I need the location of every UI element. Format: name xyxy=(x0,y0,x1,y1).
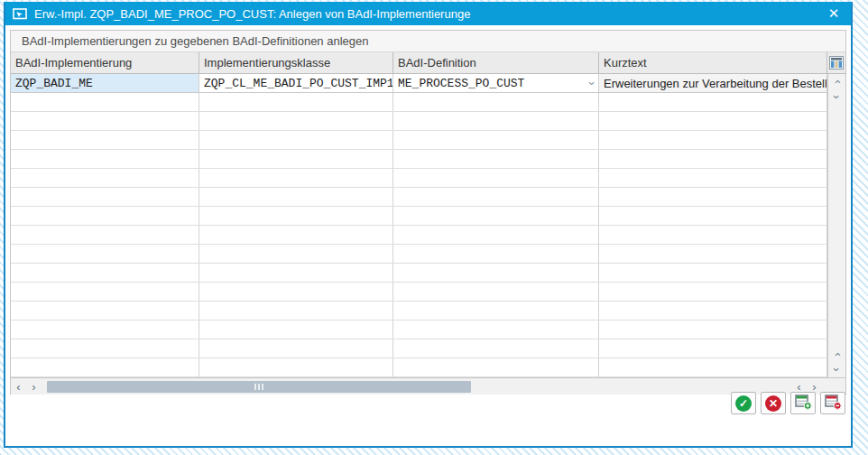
column-header-implementierungsklasse[interactable]: Implementierungsklasse xyxy=(199,52,393,73)
table-cell-empty[interactable] xyxy=(599,226,827,244)
table-cell-empty[interactable] xyxy=(199,339,393,358)
table-cell-empty[interactable] xyxy=(11,320,199,339)
table-row-empty[interactable] xyxy=(11,112,845,131)
table-row-empty[interactable] xyxy=(11,207,845,226)
confirm-button[interactable]: ✓ xyxy=(731,392,756,414)
table-cell-empty[interactable] xyxy=(11,207,199,225)
table-settings-icon[interactable] xyxy=(828,55,845,71)
table-row-empty[interactable] xyxy=(11,283,845,302)
cell-kurztext: Erweiterungen zur Verarbeitung der Beste… xyxy=(599,74,827,92)
table-cell-empty[interactable] xyxy=(11,245,199,263)
cell-badi-implementierung[interactable]: ZQP_BADI_ME xyxy=(11,74,199,92)
table-cell-empty[interactable] xyxy=(11,112,199,130)
table-cell-empty[interactable] xyxy=(199,150,393,168)
table-row-empty[interactable] xyxy=(11,264,845,283)
table-cell-empty[interactable] xyxy=(393,131,599,149)
scroll-up-bottom-icon[interactable]: › xyxy=(828,347,845,362)
table-row-empty[interactable] xyxy=(11,150,845,169)
table-cell-empty[interactable] xyxy=(599,320,827,339)
scroll-left-icon[interactable]: ‹ xyxy=(11,378,26,395)
table-cell-empty[interactable] xyxy=(199,302,393,320)
table-cell-empty[interactable] xyxy=(599,169,827,187)
table-cell-empty[interactable] xyxy=(199,93,393,111)
scroll-down-icon[interactable]: › xyxy=(828,89,845,105)
table-cell-empty[interactable] xyxy=(393,169,599,187)
table-row-empty[interactable] xyxy=(11,302,845,320)
table-cell-empty[interactable] xyxy=(199,207,393,225)
table-row-empty[interactable] xyxy=(11,131,845,150)
table-cell-empty[interactable] xyxy=(393,264,599,282)
delete-row-button[interactable] xyxy=(820,392,845,414)
table-cell-empty[interactable] xyxy=(599,188,827,206)
table-cell-empty[interactable] xyxy=(199,320,393,339)
column-header-badi-implementierung[interactable]: BAdI-Implementierung xyxy=(11,52,199,73)
dropdown-chevron-icon[interactable]: › xyxy=(586,79,598,87)
table-cell-empty[interactable] xyxy=(199,283,393,301)
table-cell-empty[interactable] xyxy=(599,283,827,301)
table-row-empty[interactable] xyxy=(11,245,845,264)
table-cell-empty[interactable] xyxy=(11,264,199,282)
table-cell-empty[interactable] xyxy=(599,112,827,130)
scroll-up-icon[interactable]: › xyxy=(828,74,845,89)
column-header-badi-definition[interactable]: BAdI-Definition xyxy=(393,52,599,73)
table-cell-empty[interactable] xyxy=(393,358,599,376)
table-row-empty[interactable] xyxy=(11,169,845,188)
table-cell-empty[interactable] xyxy=(393,226,599,244)
table-cell-empty[interactable] xyxy=(599,358,827,376)
table-row-empty[interactable] xyxy=(11,188,845,207)
table-cell-empty[interactable] xyxy=(393,302,599,320)
table-cell-empty[interactable] xyxy=(11,169,199,187)
table-cell-empty[interactable] xyxy=(199,188,393,206)
table-cell-empty[interactable] xyxy=(199,264,393,282)
table-cell-empty[interactable] xyxy=(393,339,599,358)
table-cell-empty[interactable] xyxy=(393,283,599,301)
table-cell-empty[interactable] xyxy=(11,302,199,320)
table-row-empty[interactable] xyxy=(11,226,845,245)
table-cell-empty[interactable] xyxy=(199,226,393,244)
table-row-empty[interactable] xyxy=(11,358,845,377)
table-cell-empty[interactable] xyxy=(599,339,827,358)
table-cell-empty[interactable] xyxy=(199,131,393,149)
cancel-button[interactable]: ✕ xyxy=(761,392,786,414)
vertical-scrollbar[interactable]: › › › › xyxy=(827,74,845,377)
table-row-empty[interactable] xyxy=(11,339,845,358)
table-cell-empty[interactable] xyxy=(199,169,393,187)
table-cell-empty[interactable] xyxy=(11,150,199,168)
table-cell-empty[interactable] xyxy=(393,112,599,130)
table-cell-empty[interactable] xyxy=(199,245,393,263)
dialog-titlebar[interactable]: Erw.-Impl. ZQP_BADI_ME_PROC_PO_CUST: Anl… xyxy=(5,2,851,25)
table-row-empty[interactable] xyxy=(11,93,845,112)
table-cell-empty[interactable] xyxy=(11,339,199,358)
table-cell-empty[interactable] xyxy=(199,112,393,130)
column-header-kurztext[interactable]: Kurztext xyxy=(599,52,827,73)
table-cell-empty[interactable] xyxy=(11,131,199,149)
table-cell-empty[interactable] xyxy=(393,150,599,168)
table-cell-empty[interactable] xyxy=(11,358,199,376)
table-cell-empty[interactable] xyxy=(393,245,599,263)
table-cell-empty[interactable] xyxy=(599,302,827,320)
table-cell-empty[interactable] xyxy=(11,226,199,244)
scroll-right-icon[interactable]: › xyxy=(26,378,42,395)
table-cell-empty[interactable] xyxy=(599,264,827,282)
table-cell-empty[interactable] xyxy=(393,207,599,225)
table-cell-empty[interactable] xyxy=(599,131,827,149)
horizontal-scroll-thumb[interactable] xyxy=(47,381,471,393)
table-cell-empty[interactable] xyxy=(199,358,393,376)
table-cell-empty[interactable] xyxy=(393,320,599,339)
table-cell-empty[interactable] xyxy=(11,283,199,301)
table-cell-empty[interactable] xyxy=(599,93,827,111)
close-icon[interactable]: ✕ xyxy=(824,4,844,23)
table-cell-empty[interactable] xyxy=(393,188,599,206)
horizontal-scrollbar[interactable]: ‹ › ‹ › xyxy=(11,377,845,395)
table-cell-empty[interactable] xyxy=(11,188,199,206)
cell-badi-definition[interactable]: ME_PROCESS_PO_CUST › xyxy=(393,74,599,92)
table-cell-empty[interactable] xyxy=(599,245,827,263)
table-cell-empty[interactable] xyxy=(393,93,599,111)
table-row-empty[interactable] xyxy=(11,320,845,339)
cell-implementierungsklasse[interactable]: ZQP_CL_ME_BADI_PO_CUST_IMP1 xyxy=(199,74,393,92)
table-cell-empty[interactable] xyxy=(599,150,827,168)
insert-row-button[interactable] xyxy=(790,392,816,414)
table-cell-empty[interactable] xyxy=(11,93,199,111)
table-cell-empty[interactable] xyxy=(599,207,827,225)
scroll-down-bottom-icon[interactable]: › xyxy=(828,362,845,377)
